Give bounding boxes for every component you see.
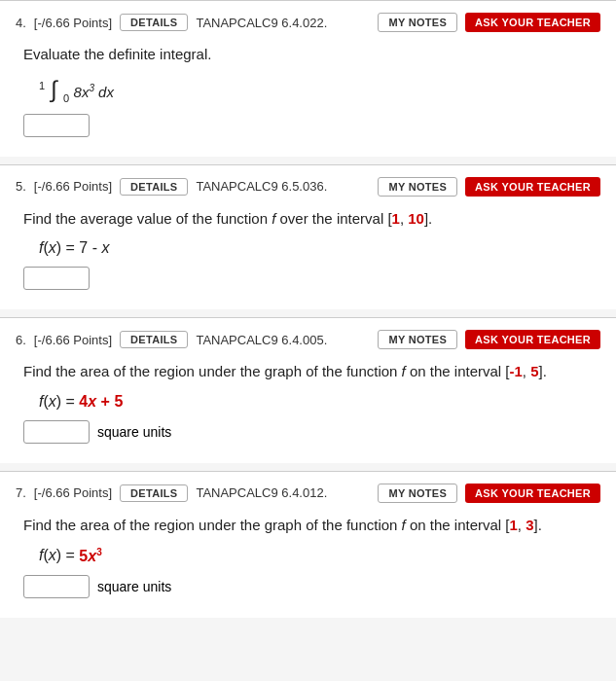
question-5-comma: ,	[400, 210, 408, 227]
question-6-function: f(x) = 4x + 5	[39, 393, 600, 411]
question-4-text: Evaluate the definite integral.	[23, 44, 600, 66]
question-5-input[interactable]	[23, 267, 90, 290]
question-6-interval-end: 5	[530, 363, 538, 379]
question-7-ask-teacher-button[interactable]: ASK YOUR TEACHER	[465, 484, 600, 503]
question-6-code: TANAPCALC9 6.4.005.	[196, 333, 370, 347]
question-7-details-button[interactable]: DETAILS	[120, 484, 188, 502]
question-6-text-after: on the interval [	[406, 363, 510, 379]
question-7-text-before: Find the area of the region under the gr…	[23, 517, 402, 533]
question-6-units: square units	[97, 424, 171, 440]
question-6-details-button[interactable]: DETAILS	[120, 331, 188, 348]
question-4-math: 1 ∫ 0 8x3 dx	[39, 76, 600, 104]
question-7-points: [-/6.66 Points]	[34, 485, 112, 500]
question-5-my-notes-button[interactable]: MY NOTES	[378, 177, 457, 197]
question-6-text-end: ].	[539, 363, 547, 379]
question-4-details-button[interactable]: DETAILS	[120, 14, 188, 31]
question-4: 4. [-/6.66 Points] DETAILS TANAPCALC9 6.…	[0, 0, 616, 157]
question-6-ask-teacher-button[interactable]: ASK YOUR TEACHER	[465, 330, 600, 349]
question-7-input[interactable]	[23, 575, 90, 598]
question-4-header: 4. [-/6.66 Points] DETAILS TANAPCALC9 6.…	[16, 13, 600, 32]
question-4-code: TANAPCALC9 6.4.022.	[196, 16, 370, 30]
question-5-ask-teacher-button[interactable]: ASK YOUR TEACHER	[465, 177, 600, 197]
question-6-comma: ,	[523, 363, 530, 379]
question-5-text-after: over the interval [	[275, 210, 391, 227]
question-5-function: f(x) = 7 - x	[39, 239, 600, 257]
question-4-my-notes-button[interactable]: MY NOTES	[378, 13, 457, 32]
question-7-body: Find the area of the region under the gr…	[16, 515, 600, 598]
question-6-text-before: Find the area of the region under the gr…	[23, 363, 402, 379]
question-4-answer	[23, 114, 600, 137]
question-5-interval-start: 1	[392, 210, 400, 227]
question-7-answer: square units	[23, 575, 600, 598]
question-5-number: 5.	[16, 179, 26, 194]
question-7-text-after: on the interval [	[406, 517, 510, 533]
question-7-text-end: ].	[534, 517, 542, 533]
question-5-text: Find the average value of the function f…	[23, 208, 600, 231]
question-6-points: [-/6.66 Points]	[34, 333, 112, 347]
question-5-answer	[23, 267, 600, 290]
question-7-my-notes-button[interactable]: MY NOTES	[378, 484, 457, 503]
question-5-interval-end: 10	[408, 210, 424, 227]
question-5-points: [-/6.66 Points]	[34, 179, 112, 194]
question-7-header: 7. [-/6.66 Points] DETAILS TANAPCALC9 6.…	[16, 484, 600, 503]
question-6-input[interactable]	[23, 420, 90, 444]
question-6: 6. [-/6.66 Points] DETAILS TANAPCALC9 6.…	[0, 317, 616, 463]
question-6-header: 6. [-/6.66 Points] DETAILS TANAPCALC9 6.…	[16, 330, 600, 349]
question-4-ask-teacher-button[interactable]: ASK YOUR TEACHER	[465, 13, 600, 32]
question-7-interval-end: 3	[525, 517, 533, 533]
question-6-my-notes-button[interactable]: MY NOTES	[378, 330, 457, 349]
question-5-text-end: ].	[424, 210, 432, 227]
question-7-text: Find the area of the region under the gr…	[23, 515, 600, 537]
question-5: 5. [-/6.66 Points] DETAILS TANAPCALC9 6.…	[0, 164, 616, 310]
question-5-text-before: Find the average value of the function	[23, 210, 272, 227]
question-7-interval-start: 1	[510, 517, 518, 533]
question-5-body: Find the average value of the function f…	[16, 208, 600, 291]
question-6-answer: square units	[23, 420, 600, 444]
question-7-number: 7.	[16, 485, 26, 500]
question-6-text: Find the area of the region under the gr…	[23, 361, 600, 383]
question-4-number: 4.	[16, 16, 26, 30]
question-7-comma: ,	[518, 517, 525, 533]
question-6-number: 6.	[16, 333, 26, 347]
question-4-body: Evaluate the definite integral. 1 ∫ 0 8x…	[16, 44, 600, 137]
question-5-code: TANAPCALC9 6.5.036.	[196, 179, 370, 194]
question-5-header: 5. [-/6.66 Points] DETAILS TANAPCALC9 6.…	[16, 177, 600, 197]
question-4-input[interactable]	[23, 114, 90, 137]
question-7: 7. [-/6.66 Points] DETAILS TANAPCALC9 6.…	[0, 471, 616, 618]
question-7-function: f(x) = 5x3	[39, 546, 600, 564]
question-6-body: Find the area of the region under the gr…	[16, 361, 600, 444]
question-6-interval-start: -1	[510, 363, 523, 379]
question-7-code: TANAPCALC9 6.4.012.	[196, 485, 370, 500]
question-7-units: square units	[97, 579, 171, 594]
question-5-details-button[interactable]: DETAILS	[120, 178, 188, 196]
question-4-points: [-/6.66 Points]	[34, 16, 112, 30]
